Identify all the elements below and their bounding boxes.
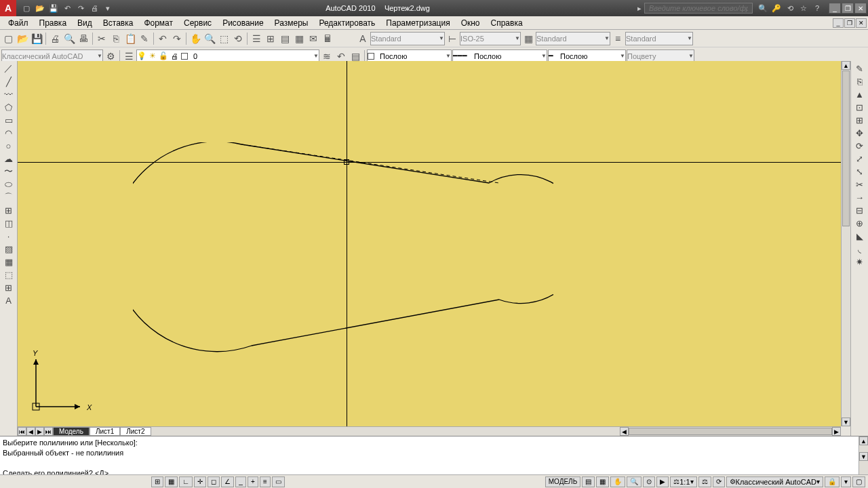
scroll-left-icon[interactable]: ◀ xyxy=(620,427,629,436)
ducs-icon[interactable]: ⎯ xyxy=(235,476,246,487)
open-icon[interactable]: 📂 xyxy=(34,2,46,14)
redo-icon[interactable]: ↷ xyxy=(170,32,184,45)
menu-file[interactable]: Файл xyxy=(3,17,34,29)
mtext-icon[interactable]: A xyxy=(1,294,16,306)
print-icon[interactable]: 🖨 xyxy=(88,2,100,14)
mdi-close[interactable]: ✕ xyxy=(856,18,867,28)
polyline-icon[interactable]: 〰 xyxy=(1,88,16,100)
hatch-icon[interactable]: ▨ xyxy=(1,243,16,255)
copy-icon[interactable]: ⎘ xyxy=(852,75,867,87)
cmd-scroll-down-icon[interactable]: ▼ xyxy=(859,452,868,461)
cut-icon[interactable]: ✂ xyxy=(95,32,108,45)
toolbar-lock-icon[interactable]: 🔒 xyxy=(825,476,840,487)
mdi-restore[interactable]: ❐ xyxy=(844,18,855,28)
zoom-prev-icon[interactable]: ⟲ xyxy=(231,32,245,45)
tab-last-icon[interactable]: ⏭ xyxy=(44,427,53,436)
block-icon[interactable]: ◫ xyxy=(1,217,16,229)
stretch-icon[interactable]: ⤡ xyxy=(852,165,867,178)
region-icon[interactable]: ⬚ xyxy=(1,268,16,281)
properties-icon[interactable]: ☰ xyxy=(250,32,263,45)
cmd-scroll-up-icon[interactable]: ▲ xyxy=(859,436,868,445)
command-window[interactable]: Выберите полилинию или [Несколько]: Выбр… xyxy=(0,436,868,474)
rotate-icon[interactable]: ⟳ xyxy=(852,140,867,152)
scroll-up-icon[interactable]: ▲ xyxy=(842,61,850,70)
undo-icon[interactable]: ↶ xyxy=(156,32,170,45)
dcenter-icon[interactable]: ⊞ xyxy=(264,32,277,45)
zoom-rt-icon[interactable]: 🔍 xyxy=(203,32,216,45)
menu-help[interactable]: Справка xyxy=(486,17,528,29)
explode-icon[interactable]: ✷ xyxy=(852,256,867,268)
tab-next-icon[interactable]: ▶ xyxy=(35,427,44,436)
tab-prev-icon[interactable]: ◀ xyxy=(26,427,35,436)
menu-parametric[interactable]: Параметризация xyxy=(380,17,455,29)
gradient-icon[interactable]: ▦ xyxy=(1,256,16,268)
binoculars-icon[interactable]: 🔍 xyxy=(757,2,769,14)
tablestyle-dropdown[interactable]: Standard▼ xyxy=(536,32,610,45)
menu-insert[interactable]: Вставка xyxy=(98,17,139,29)
xline-icon[interactable]: ╱ xyxy=(1,75,16,87)
dimstyle-icon[interactable]: ⊢ xyxy=(446,32,459,45)
ellipse-icon[interactable]: ⬭ xyxy=(1,178,16,190)
minimize-button[interactable]: _ xyxy=(829,3,841,14)
pan-status-icon[interactable]: ✋ xyxy=(610,476,625,487)
menu-view[interactable]: Вид xyxy=(72,17,98,29)
mlstyle-dropdown[interactable]: Standard▼ xyxy=(625,32,693,45)
offset-icon[interactable]: ⊡ xyxy=(852,101,867,113)
scroll-thumb-h[interactable] xyxy=(629,428,832,435)
dimstyle-dropdown[interactable]: ISO-25▼ xyxy=(460,32,521,45)
showmotion-icon[interactable]: ▶ xyxy=(656,476,669,487)
open-icon[interactable]: 📂 xyxy=(16,32,29,45)
revcloud-icon[interactable]: ☁ xyxy=(1,152,16,165)
move-icon[interactable]: ✥ xyxy=(852,127,867,139)
save-icon[interactable]: 💾 xyxy=(47,2,60,14)
horizontal-scrollbar[interactable]: ⏮ ◀ ▶ ⏭ Модель Лист1 Лист2 ◀ ▶ xyxy=(18,426,841,436)
clean-screen-icon[interactable]: ▢ xyxy=(852,476,865,487)
quickview-drawings-icon[interactable]: ▦ xyxy=(596,476,609,487)
star-icon[interactable]: ☆ xyxy=(797,2,810,14)
pan-icon[interactable]: ✋ xyxy=(189,32,202,45)
line-icon[interactable]: ／ xyxy=(1,62,16,75)
toolpalette-icon[interactable]: ▤ xyxy=(278,32,292,45)
sheetset-icon[interactable]: ▦ xyxy=(292,32,306,45)
paste-icon[interactable]: 📋 xyxy=(123,32,137,45)
trim-icon[interactable]: ✂ xyxy=(852,178,867,190)
copy-icon[interactable]: ⎘ xyxy=(109,32,123,45)
array-icon[interactable]: ⊞ xyxy=(852,114,867,126)
zoom-win-icon[interactable]: ⬚ xyxy=(217,32,231,45)
erase-icon[interactable]: ✎ xyxy=(852,62,867,75)
mirror-icon[interactable]: ▲ xyxy=(852,88,867,100)
tab-first-icon[interactable]: ⏮ xyxy=(18,427,26,436)
scale-icon[interactable]: ⤢ xyxy=(852,152,867,165)
fillet-icon[interactable]: ◟ xyxy=(852,243,867,255)
undo-icon[interactable]: ↶ xyxy=(61,2,73,14)
menu-draw[interactable]: Рисование xyxy=(217,17,269,29)
preview-icon[interactable]: 🔍 xyxy=(62,32,76,45)
snap-icon[interactable]: ⊞ xyxy=(151,476,163,487)
ellipse-arc-icon[interactable]: ⌒ xyxy=(1,191,16,203)
tablestyle-icon[interactable]: ▦ xyxy=(521,32,535,45)
annovis-icon[interactable]: ⚖ xyxy=(698,476,711,487)
quickcalc-icon[interactable]: 🖩 xyxy=(321,32,334,45)
quickview-layouts-icon[interactable]: ▤ xyxy=(582,476,595,487)
maximize-button[interactable]: ❐ xyxy=(842,3,854,14)
plot-icon[interactable]: 🖨 xyxy=(48,32,62,45)
textstyle-dropdown[interactable]: Standard▼ xyxy=(370,32,445,45)
ortho-icon[interactable]: ∟ xyxy=(179,476,193,487)
table-icon[interactable]: ⊞ xyxy=(1,281,16,293)
qnew-icon[interactable]: ▢ xyxy=(1,32,15,45)
scroll-right-icon[interactable]: ▶ xyxy=(832,427,841,436)
spline-icon[interactable]: 〜 xyxy=(1,165,16,178)
menu-edit[interactable]: Правка xyxy=(34,17,73,29)
help-icon[interactable]: ? xyxy=(811,2,823,14)
scroll-thumb-v[interactable] xyxy=(842,70,850,226)
menu-window[interactable]: Окно xyxy=(456,17,486,29)
markup-icon[interactable]: ✉ xyxy=(307,32,320,45)
key-icon[interactable]: 🔑 xyxy=(770,2,783,14)
dyn-icon[interactable]: + xyxy=(248,476,258,487)
workspace-status[interactable]: ⚙ Классический AutoCAD ▾ xyxy=(726,476,823,487)
qp-icon[interactable]: ▭ xyxy=(272,476,285,487)
arc-icon[interactable]: ◠ xyxy=(1,127,16,139)
menu-modify[interactable]: Редактировать xyxy=(313,17,380,29)
command-scrollbar[interactable]: ▲ ▼ xyxy=(859,436,868,474)
annoauto-icon[interactable]: ⟳ xyxy=(713,476,725,487)
